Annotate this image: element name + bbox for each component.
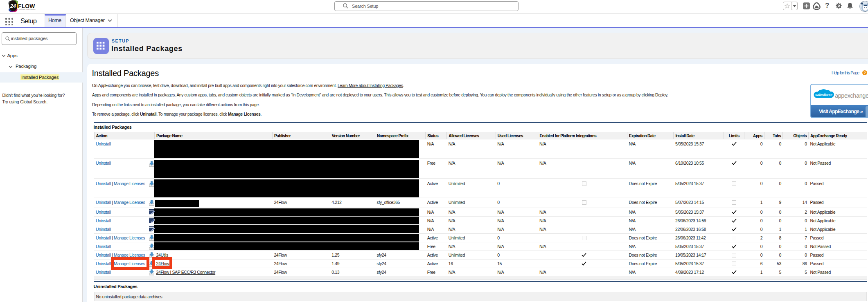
svg-text:24: 24 [10, 3, 16, 9]
svg-text:realtime. everywhere.: realtime. everywhere. [19, 9, 36, 10]
svg-text:salesforce: salesforce [815, 93, 832, 97]
